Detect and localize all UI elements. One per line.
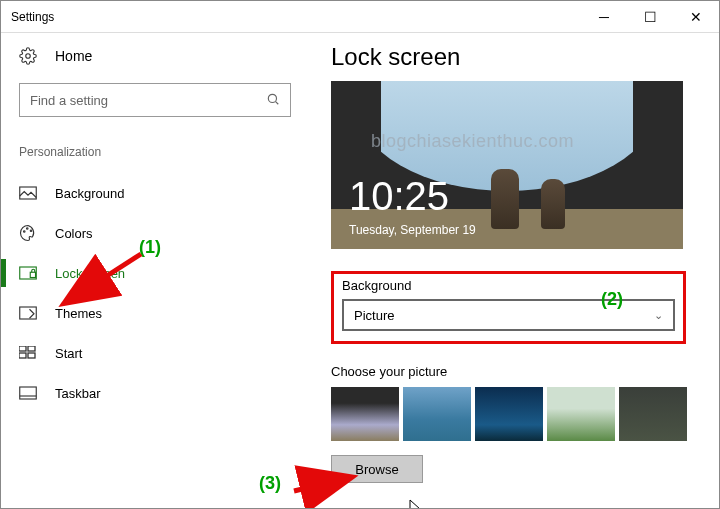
picture-thumb[interactable]	[547, 387, 615, 441]
maximize-button[interactable]: ☐	[627, 1, 673, 33]
sidebar-item-label: Colors	[55, 226, 93, 241]
picture-thumb[interactable]	[403, 387, 471, 441]
home-link[interactable]: Home	[19, 47, 311, 65]
svg-rect-10	[19, 346, 26, 351]
preview-date: Tuesday, September 19	[349, 223, 476, 237]
preview-time: 10:25	[349, 174, 449, 219]
sidebar-item-colors[interactable]: Colors	[19, 213, 311, 253]
search-placeholder: Find a setting	[30, 93, 108, 108]
svg-point-6	[30, 230, 32, 232]
sidebar-item-start[interactable]: Start	[19, 333, 311, 373]
lock-screen-icon	[19, 264, 37, 282]
svg-rect-11	[28, 346, 35, 351]
picture-thumbnails	[331, 387, 699, 441]
svg-rect-13	[28, 353, 35, 358]
annotation-2: (2)	[601, 289, 623, 310]
dropdown-value: Picture	[354, 308, 394, 323]
annotation-3: (3)	[259, 473, 281, 494]
background-dropdown[interactable]: Picture ⌄	[342, 299, 675, 331]
palette-icon	[19, 224, 37, 242]
sidebar-item-label: Background	[55, 186, 124, 201]
picture-thumb[interactable]	[619, 387, 687, 441]
home-label: Home	[55, 48, 92, 64]
svg-point-0	[26, 54, 31, 59]
svg-line-17	[71, 254, 141, 299]
sidebar-item-label: Taskbar	[55, 386, 101, 401]
svg-point-5	[27, 228, 29, 230]
svg-rect-12	[19, 353, 26, 358]
minimize-button[interactable]: ─	[581, 1, 627, 33]
search-icon	[266, 92, 280, 109]
content-pane: Lock screen blogchiasekienthuc.com 10:25…	[311, 33, 719, 508]
title-bar: Settings ─ ☐ ✕	[1, 1, 719, 33]
section-label: Personalization	[19, 145, 311, 159]
mouse-cursor-icon	[409, 499, 423, 509]
sidebar-item-label: Start	[55, 346, 82, 361]
svg-point-1	[268, 94, 276, 102]
picture-icon	[19, 184, 37, 202]
svg-line-2	[276, 101, 279, 104]
lock-screen-preview: blogchiasekienthuc.com 10:25 Tuesday, Se…	[331, 81, 683, 249]
sidebar-item-taskbar[interactable]: Taskbar	[19, 373, 311, 413]
background-setting-highlight: Background Picture ⌄	[331, 271, 686, 344]
picture-thumb[interactable]	[331, 387, 399, 441]
picture-thumb[interactable]	[475, 387, 543, 441]
svg-point-4	[24, 231, 26, 233]
close-button[interactable]: ✕	[673, 1, 719, 33]
background-label: Background	[342, 278, 675, 293]
gear-icon	[19, 47, 37, 65]
start-icon	[19, 344, 37, 362]
search-input[interactable]: Find a setting	[19, 83, 291, 117]
watermark: blogchiasekienthuc.com	[371, 131, 574, 152]
themes-icon	[19, 304, 37, 322]
page-title: Lock screen	[331, 43, 699, 71]
window-title: Settings	[11, 10, 54, 24]
taskbar-icon	[19, 384, 37, 402]
svg-rect-14	[20, 387, 37, 399]
window-controls: ─ ☐ ✕	[581, 1, 719, 33]
svg-line-19	[294, 479, 344, 491]
chevron-down-icon: ⌄	[654, 309, 663, 322]
annotation-arrow-3	[289, 461, 359, 505]
browse-label: Browse	[355, 462, 398, 477]
annotation-arrow-1	[61, 249, 151, 313]
sidebar: Home Find a setting Personalization Back…	[1, 33, 311, 508]
svg-rect-8	[30, 272, 35, 277]
sidebar-item-background[interactable]: Background	[19, 173, 311, 213]
choose-picture-label: Choose your picture	[331, 364, 699, 379]
